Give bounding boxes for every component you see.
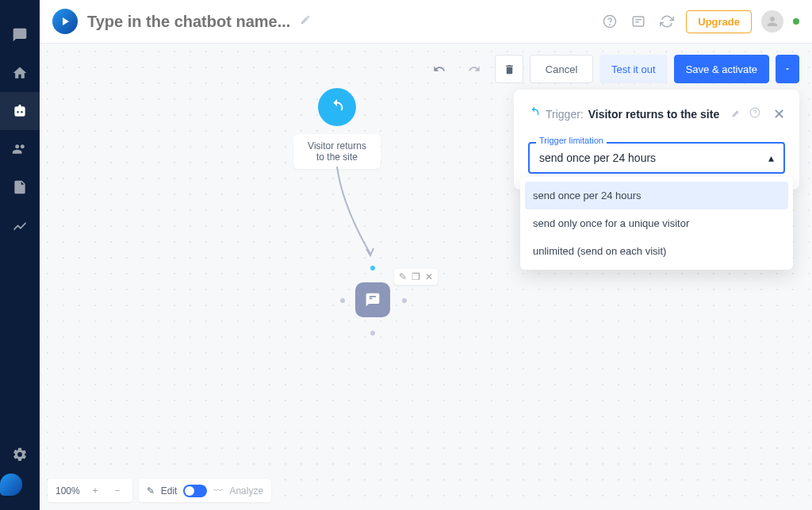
refresh-icon[interactable] (657, 12, 676, 31)
node-delete-icon[interactable]: ✕ (425, 271, 433, 282)
node-port-bottom[interactable] (370, 331, 375, 336)
dropdown-option-1[interactable]: send once per 24 hours (525, 182, 788, 209)
zoom-out-button[interactable]: － (110, 484, 124, 497)
undo-button[interactable] (425, 55, 454, 83)
node-action-bar: ✎ ❐ ✕ (394, 269, 438, 285)
sidebar-item-home[interactable] (0, 54, 40, 92)
sidebar-item-analytics[interactable] (0, 206, 40, 244)
trigger-limitation-select[interactable]: Trigger limitation send once per 24 hour… (528, 142, 785, 174)
analyze-mode-label: Analyze (229, 485, 263, 497)
redo-button[interactable] (460, 55, 488, 83)
trigger-label: Visitor returns to the site (293, 134, 381, 169)
user-avatar[interactable] (761, 10, 783, 33)
sidebar-item-chat[interactable] (0, 16, 40, 54)
select-value: send once per 24 hours (539, 151, 656, 164)
dropdown-list: send once per 24 hours send only once fo… (520, 177, 793, 270)
bottom-bar: 100% ＋ － ✎ Edit 〰 Analyze (48, 479, 271, 502)
svg-point-1 (610, 24, 611, 25)
panel-trigger-prefix: Trigger: (546, 108, 584, 121)
sidebar-item-users[interactable] (0, 130, 40, 168)
zoom-in-button[interactable]: ＋ (88, 484, 102, 497)
upgrade-button[interactable]: Upgrade (686, 10, 752, 33)
analyze-mode-icon: 〰 (213, 485, 223, 497)
flow-connector (331, 167, 378, 262)
node-port-top[interactable] (370, 266, 375, 270)
mode-toggle[interactable] (183, 485, 207, 497)
panel-trigger-name: Visitor returns to the site (588, 108, 719, 121)
message-node[interactable] (355, 282, 390, 317)
panel-edit-icon[interactable] (731, 107, 741, 121)
sidebar-item-docs[interactable] (0, 168, 40, 206)
select-legend: Trigger limitation (536, 136, 607, 145)
cancel-button[interactable]: Cancel (530, 55, 593, 83)
node-port-left[interactable] (340, 298, 345, 303)
dropdown-option-3[interactable]: unlimited (send on each visit) (525, 237, 788, 265)
save-button[interactable]: Save & activate (674, 55, 769, 83)
canvas-toolbar: Cancel Test it out Save & activate (425, 55, 799, 83)
sidebar-item-bot[interactable] (0, 92, 40, 130)
sidebar-item-settings[interactable] (0, 435, 40, 474)
mode-control: ✎ Edit 〰 Analyze (139, 479, 271, 502)
trigger-node[interactable]: Visitor returns to the site (293, 88, 381, 169)
chevron-up-icon: ▴ (768, 151, 774, 164)
news-icon[interactable] (629, 12, 648, 31)
node-edit-icon[interactable]: ✎ (399, 271, 407, 282)
edit-title-icon[interactable] (300, 14, 311, 29)
zoom-level: 100% (56, 485, 80, 497)
sidebar-logo[interactable] (0, 474, 22, 496)
panel-trigger-icon (528, 106, 541, 122)
panel-close-icon[interactable]: ✕ (773, 105, 785, 123)
brand-logo[interactable] (52, 9, 78, 34)
chatbot-name-input[interactable] (87, 13, 293, 31)
panel-help-icon[interactable] (749, 107, 760, 121)
left-sidebar (0, 0, 40, 510)
status-indicator (793, 18, 799, 25)
node-port-right[interactable] (402, 298, 407, 303)
test-button[interactable]: Test it out (599, 55, 668, 83)
save-dropdown-button[interactable] (776, 55, 799, 83)
help-icon[interactable] (600, 12, 619, 31)
zoom-control: 100% ＋ － (48, 479, 132, 502)
top-header: Upgrade (40, 0, 812, 44)
edit-mode-label: Edit (161, 485, 178, 497)
delete-button[interactable] (495, 55, 523, 83)
trigger-settings-panel: Trigger: Visitor returns to the site ✕ T… (514, 90, 799, 190)
edit-mode-icon: ✎ (147, 485, 155, 497)
flow-canvas[interactable]: Cancel Test it out Save & activate Visit… (40, 44, 812, 510)
dropdown-option-2[interactable]: send only once for a unique visitor (525, 209, 788, 237)
node-duplicate-icon[interactable]: ❐ (412, 271, 420, 282)
trigger-icon-circle (318, 88, 356, 126)
